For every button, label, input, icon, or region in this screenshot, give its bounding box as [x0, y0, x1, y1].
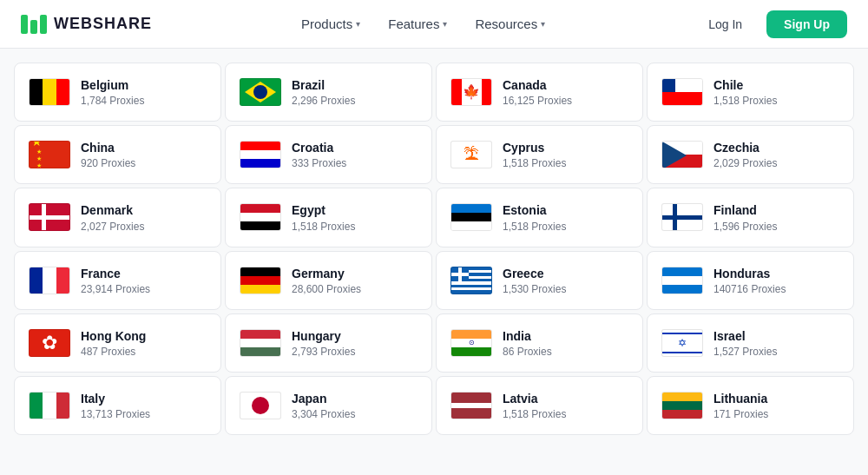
- flag-it: [29, 392, 70, 419]
- country-card-hu[interactable]: Hungary2,793 Proxies: [225, 313, 432, 373]
- flag-br: [240, 78, 281, 106]
- country-name-il: Israel: [713, 328, 839, 344]
- country-proxies-fr: 23,914 Proxies: [81, 283, 207, 295]
- country-card-gr[interactable]: Greece1,530 Proxies: [436, 251, 643, 310]
- country-card-cn[interactable]: ★★★★★China920 Proxies: [14, 125, 221, 184]
- country-card-de[interactable]: Germany28,600 Proxies: [225, 251, 432, 310]
- country-name-be: Belgium: [81, 77, 207, 93]
- country-name-cy: Cyprus: [503, 140, 628, 155]
- country-card-be[interactable]: Belgium1,784 Proxies: [14, 63, 221, 122]
- country-info-dk: Denmark2,027 Proxies: [81, 202, 207, 232]
- country-info-hn: Honduras140716 Proxies: [713, 266, 839, 295]
- country-card-hr[interactable]: Croatia333 Proxies: [225, 125, 432, 184]
- country-card-il[interactable]: ✡Israel1,527 Proxies: [647, 313, 854, 373]
- country-name-cn: China: [81, 140, 207, 155]
- country-proxies-il: 1,527 Proxies: [713, 346, 839, 358]
- flag-hr: [240, 141, 281, 168]
- country-info-hu: Hungary2,793 Proxies: [292, 328, 418, 358]
- country-proxies-cy: 1,518 Proxies: [503, 157, 628, 169]
- country-proxies-ee: 1,518 Proxies: [503, 221, 628, 233]
- country-card-br[interactable]: Brazil2,296 Proxies: [225, 63, 432, 122]
- country-card-hn[interactable]: Honduras140716 Proxies: [647, 251, 854, 310]
- country-info-cl: Chile1,518 Proxies: [713, 77, 839, 107]
- country-name-it: Italy: [81, 391, 207, 406]
- country-info-it: Italy13,713 Proxies: [81, 391, 207, 420]
- country-info-gr: Greece1,530 Proxies: [503, 266, 628, 295]
- nav-resources-label: Resources: [475, 16, 537, 31]
- country-info-lv: Latvia1,518 Proxies: [503, 391, 628, 420]
- country-card-dk[interactable]: Denmark2,027 Proxies: [14, 188, 221, 247]
- country-name-hu: Hungary: [292, 328, 418, 344]
- main-nav: Products ▾ Features ▾ Resources ▾: [180, 10, 667, 38]
- nav-products-label: Products: [301, 16, 352, 31]
- flag-ca: 🍁: [450, 78, 492, 106]
- flag-dk: [29, 203, 70, 231]
- flag-eg: [240, 203, 281, 231]
- flag-gr: [450, 267, 492, 294]
- country-card-eg[interactable]: Egypt1,518 Proxies: [225, 188, 432, 247]
- country-name-lv: Latvia: [503, 391, 628, 406]
- country-card-ee[interactable]: Estonia1,518 Proxies: [436, 188, 643, 247]
- chevron-down-icon: ▾: [356, 19, 360, 29]
- flag-lv: [450, 392, 492, 419]
- flag-cn: ★★★★★: [29, 141, 70, 168]
- country-info-ee: Estonia1,518 Proxies: [503, 202, 628, 232]
- country-card-it[interactable]: Italy13,713 Proxies: [14, 376, 221, 435]
- country-card-in[interactable]: ⊙India86 Proxies: [436, 313, 643, 373]
- country-proxies-it: 13,713 Proxies: [81, 408, 207, 420]
- country-name-fi: Finland: [713, 202, 839, 218]
- main-content: Belgium1,784 ProxiesBrazil2,296 Proxies🍁…: [0, 49, 868, 449]
- flag-fr: [29, 267, 70, 294]
- country-info-cz: Czechia2,029 Proxies: [713, 140, 839, 169]
- country-card-ca[interactable]: 🍁Canada16,125 Proxies: [436, 63, 643, 122]
- country-card-cl[interactable]: ★Chile1,518 Proxies: [647, 63, 854, 122]
- signup-button[interactable]: Sign Up: [766, 10, 847, 38]
- flag-be: [29, 78, 70, 106]
- country-proxies-fi: 1,596 Proxies: [713, 221, 839, 233]
- country-info-eg: Egypt1,518 Proxies: [292, 202, 418, 232]
- nav-features[interactable]: Features ▾: [376, 10, 459, 38]
- country-card-fi[interactable]: Finland1,596 Proxies: [647, 188, 854, 247]
- country-proxies-cz: 2,029 Proxies: [713, 157, 839, 169]
- country-name-lt: Lithuania: [713, 391, 839, 406]
- country-card-jp[interactable]: Japan3,304 Proxies: [225, 376, 432, 435]
- flag-hn: [661, 267, 703, 294]
- countries-grid: Belgium1,784 ProxiesBrazil2,296 Proxies🍁…: [14, 63, 854, 435]
- country-name-eg: Egypt: [292, 202, 418, 218]
- country-card-hk[interactable]: ✿Hong Kong487 Proxies: [14, 313, 221, 373]
- country-name-in: India: [503, 328, 628, 344]
- country-card-cz[interactable]: Czechia2,029 Proxies: [647, 125, 854, 184]
- country-name-fr: France: [81, 266, 207, 281]
- country-name-dk: Denmark: [81, 202, 207, 218]
- country-card-lt[interactable]: Lithuania171 Proxies: [647, 376, 854, 435]
- country-card-cy[interactable]: 🏝Cyprus1,518 Proxies: [436, 125, 643, 184]
- country-info-de: Germany28,600 Proxies: [292, 266, 418, 295]
- country-card-fr[interactable]: France23,914 Proxies: [14, 251, 221, 310]
- logo-icon: [21, 15, 47, 34]
- country-info-hr: Croatia333 Proxies: [292, 140, 418, 169]
- country-info-jp: Japan3,304 Proxies: [292, 391, 418, 420]
- country-info-lt: Lithuania171 Proxies: [713, 391, 839, 420]
- flag-fi: [661, 203, 703, 231]
- flag-jp: [240, 392, 281, 419]
- country-proxies-gr: 1,530 Proxies: [503, 283, 628, 295]
- login-button[interactable]: Log In: [694, 10, 756, 38]
- logo[interactable]: WEBSHARE: [21, 15, 152, 34]
- country-proxies-eg: 1,518 Proxies: [292, 221, 418, 233]
- country-info-il: Israel1,527 Proxies: [713, 328, 839, 358]
- flag-de: [240, 267, 281, 294]
- country-card-lv[interactable]: Latvia1,518 Proxies: [436, 376, 643, 435]
- country-info-ca: Canada16,125 Proxies: [503, 77, 628, 107]
- country-info-hk: Hong Kong487 Proxies: [81, 328, 207, 358]
- country-proxies-lt: 171 Proxies: [713, 408, 839, 420]
- flag-ee: [450, 203, 492, 231]
- nav-resources[interactable]: Resources ▾: [463, 10, 557, 38]
- nav-products[interactable]: Products ▾: [289, 10, 372, 38]
- header-actions: Log In Sign Up: [694, 10, 847, 38]
- flag-in: ⊙: [450, 329, 492, 357]
- country-info-br: Brazil2,296 Proxies: [292, 77, 418, 107]
- country-proxies-hk: 487 Proxies: [81, 346, 207, 358]
- country-proxies-cl: 1,518 Proxies: [713, 95, 839, 107]
- country-name-hn: Honduras: [713, 266, 839, 281]
- country-info-in: India86 Proxies: [503, 328, 628, 358]
